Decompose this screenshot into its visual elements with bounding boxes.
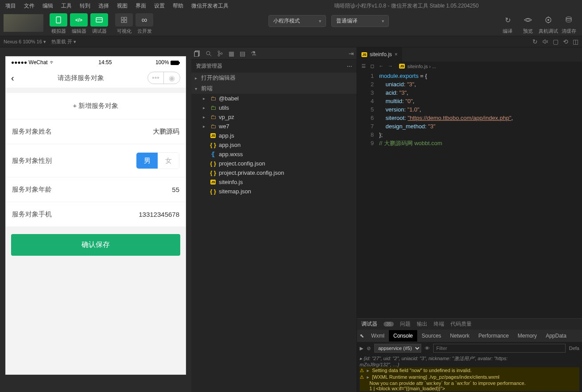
add-service-object-button[interactable]: + 新增服务对象 (6, 93, 186, 119)
hot-reload-toggle[interactable]: 热重载 开 ▾ (51, 38, 76, 45)
phone-body: + 新增服务对象 服务对象姓名 大鹏源码 服务对象性别 男 女 服务对象年龄 5… (6, 88, 186, 374)
clear-cache-button[interactable]: 清缓存 (559, 13, 578, 35)
file-siteinfo-js[interactable]: JSsiteinfo.js (191, 177, 357, 187)
search-icon[interactable] (206, 50, 212, 57)
sources-tab[interactable]: Sources (417, 330, 446, 342)
age-value[interactable]: 55 (172, 186, 179, 193)
file-project-config[interactable]: { }project.config.json (191, 159, 357, 168)
folder-utils[interactable]: ▸🗀utils (191, 103, 357, 112)
wxml-tab[interactable]: Wxml (367, 330, 389, 342)
screenshot-icon[interactable]: ▢ (553, 38, 559, 45)
gender-toggle: 男 女 (136, 152, 179, 169)
folder-we7[interactable]: ▸🗀we7 (191, 122, 357, 131)
eye-icon[interactable]: 👁 (425, 346, 430, 351)
menu-bar: 项目 文件 编辑 工具 转到 选择 视图 界面 设置 帮助 微信开发者工具 嘀嗒… (0, 0, 582, 12)
menu-file[interactable]: 文件 (20, 1, 38, 11)
files-icon[interactable] (194, 50, 200, 57)
close-icon[interactable]: × (395, 51, 398, 58)
editor-toggle[interactable]: </>编辑器 (69, 13, 89, 35)
compile-button[interactable]: ↻编译 (498, 13, 517, 35)
menu-goto[interactable]: 转到 (76, 1, 94, 11)
network-tab[interactable]: Network (446, 330, 474, 342)
git-icon[interactable] (217, 50, 223, 57)
output-tab[interactable]: 输出 (417, 320, 427, 328)
menu-edit[interactable]: 编辑 (39, 1, 57, 11)
svg-rect-6 (124, 20, 127, 23)
breadcrumb-text[interactable]: siteinfo.js › ... (407, 64, 436, 69)
gender-label: 服务对象性别 (12, 157, 52, 165)
debugger-tabs-primary: 调试器 35 问题 输出 终端 代码质量 (357, 319, 582, 330)
preview-button[interactable]: 预览 (518, 13, 538, 35)
file-project-private-config[interactable]: { }project.private.config.json (191, 168, 357, 177)
save-button[interactable]: 确认保存 (11, 234, 180, 256)
open-editors-section[interactable]: ▸打开的编辑器 (191, 73, 357, 83)
phone-value[interactable]: 13312345678 (139, 211, 179, 218)
menu-devtools[interactable]: 微信开发者工具 (188, 1, 232, 11)
compile-dropdown[interactable]: 普通编译▾ (331, 15, 389, 27)
nav-fwd-icon[interactable]: → (388, 63, 393, 69)
quality-tab[interactable]: 代码质量 (450, 320, 472, 328)
folder-babel[interactable]: ▸🗀@babel (191, 94, 357, 103)
debugger-tab[interactable]: 调试器 (361, 320, 377, 328)
capsule-buttons: ••• ◉ (147, 72, 180, 84)
appdata-tab[interactable]: AppData (541, 330, 571, 342)
tab-siteinfo[interactable]: JS siteinfo.js × (357, 47, 403, 61)
back-icon[interactable]: ‹ (11, 73, 14, 83)
run-icon[interactable]: ▶ (360, 346, 363, 351)
refresh-icon[interactable]: ↻ (532, 38, 538, 45)
performance-tab[interactable]: Performance (474, 330, 513, 342)
panel-right-icon[interactable]: ⇥ (349, 50, 354, 57)
mode-dropdown[interactable]: 小程序模式▾ (268, 15, 326, 27)
context-selector[interactable]: appservice (#5) (374, 344, 421, 353)
capsule-close-icon[interactable]: ◉ (164, 72, 180, 84)
file-app-wxss[interactable]: ⦃app.wxss (191, 150, 357, 159)
name-value[interactable]: 大鹏源码 (153, 127, 179, 136)
levels-label[interactable]: Defa (569, 346, 579, 351)
project-root-section[interactable]: ▾前端 (191, 83, 357, 94)
chevron-down-icon: ▾ (382, 19, 384, 23)
debugger-toggle[interactable]: 调试器 (89, 13, 109, 35)
capsule-menu-icon[interactable]: ••• (148, 72, 164, 84)
gender-male-button[interactable]: 男 (136, 153, 158, 169)
terminal-tab[interactable]: 终端 (434, 320, 444, 328)
inspect-icon[interactable]: ⬉ (360, 333, 364, 339)
menu-view[interactable]: 视图 (113, 1, 131, 11)
split-icon[interactable]: ☰ (361, 63, 366, 69)
menu-tools[interactable]: 工具 (58, 1, 75, 11)
nav-back-icon[interactable]: ← (379, 63, 384, 69)
folder-vp-pz[interactable]: ▸🗀vp_pz (191, 112, 357, 122)
remote-debug-button[interactable]: 真机调试 (539, 13, 558, 35)
console-tab[interactable]: Console (389, 330, 417, 342)
console-output[interactable]: ▸ {id: "27", uid: "2", uniacid: "3", nic… (357, 354, 582, 392)
bookmark-icon[interactable]: ◻ (370, 63, 374, 69)
filter-input[interactable] (433, 344, 566, 353)
cloud-toggle[interactable]: ∞云开发 (135, 13, 154, 35)
popout-icon[interactable]: ◫ (573, 38, 578, 45)
extensions-icon[interactable]: ▦ (229, 50, 234, 57)
memory-tab[interactable]: Memory (513, 330, 541, 342)
phone-statusbar: ●●●●● WeChatᯤ 14:55 100% (6, 57, 186, 68)
svg-rect-1 (96, 18, 102, 22)
menu-settings[interactable]: 设置 (151, 1, 168, 11)
run-icon[interactable]: ▤ (240, 50, 245, 57)
menu-project[interactable]: 项目 (2, 1, 19, 11)
file-app-json[interactable]: { }app.json (191, 140, 357, 150)
rotate-icon[interactable]: ⟲ (563, 38, 568, 45)
more-icon[interactable]: ⋯ (347, 63, 352, 69)
simulator-toggle[interactable]: 模拟器 (49, 13, 68, 35)
explorer-pane: ▦ ▤ ⚗ ⇥ 资源管理器 ⋯ ▸打开的编辑器 ▾前端 ▸🗀@babel ▸🗀u… (191, 47, 357, 392)
device-selector[interactable]: Nexus 6 100% 16 ▾ (4, 39, 46, 45)
clear-icon[interactable]: ⊘ (367, 346, 371, 351)
file-app-js[interactable]: JSapp.js (191, 131, 357, 140)
svg-rect-16 (171, 61, 179, 65)
phone-battery: 100% (155, 59, 180, 65)
problems-tab[interactable]: 问题 (400, 320, 411, 328)
menu-select[interactable]: 选择 (95, 1, 113, 11)
mute-icon[interactable] (542, 38, 548, 45)
gender-female-button[interactable]: 女 (158, 153, 179, 169)
debug-icon[interactable]: ⚗ (251, 50, 256, 57)
file-sitemap-json[interactable]: { }sitemap.json (191, 187, 357, 196)
menu-help[interactable]: 帮助 (169, 1, 187, 11)
visual-toggle[interactable]: 可视化 (114, 13, 134, 35)
menu-interface[interactable]: 界面 (132, 1, 150, 11)
